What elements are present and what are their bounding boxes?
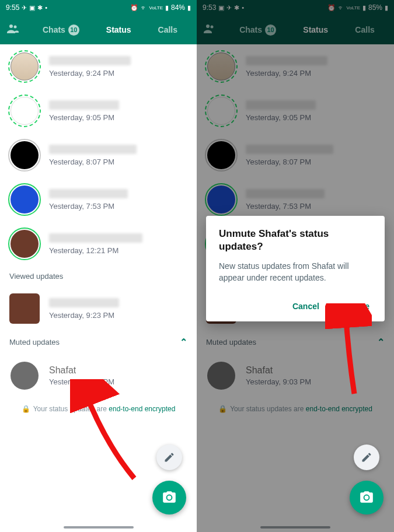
phone-left: 9:55 ✈ ▣ ✱ • ⏰ ᯤ VoLTE ▮ 84% ▮ Chats 10 … [0,0,197,532]
contact-name-blurred [49,233,142,243]
viewed-updates-header[interactable]: Viewed updates [0,266,197,286]
send-icon: ✈ [22,4,27,12]
lock-icon: 🔒 [22,405,30,413]
contact-name-blurred [49,298,119,307]
muted-status-row[interactable]: ShafatYesterday, 9:03 PM [0,354,197,398]
slack-icon: ✱ [37,4,43,12]
battery-icon: ▮ [187,4,191,12]
camera-status-button[interactable] [152,481,186,514]
wifi-icon: ᯤ [141,4,147,11]
contact-name-blurred [49,56,131,65]
alarm-icon: ⏰ [130,4,138,12]
status-row[interactable]: Yesterday, 9:24 PM [0,44,197,89]
status-bar: 9:55 ✈ ▣ ✱ • ⏰ ᯤ VoLTE ▮ 84% ▮ [0,0,197,15]
status-row[interactable]: Yesterday, 8:07 PM [0,133,197,177]
chevron-up-icon: ⌃ [180,337,187,348]
tab-calls[interactable]: Calls [155,25,181,34]
avatar [11,186,39,214]
top-bar: Chats 10 Status Calls [0,15,197,44]
unmute-button[interactable]: Unmute [337,297,372,316]
dialog-title: Unmute Shafat's status updates? [219,228,372,253]
avatar [11,230,39,258]
edit-text-status-button[interactable] [354,444,379,470]
avatar [11,141,39,169]
image-icon: ▣ [29,4,35,12]
unmute-dialog: Unmute Shafat's status updates? New stat… [206,216,385,321]
status-time: 9:55 [6,4,19,12]
recent-updates-list: Yesterday, 9:24 PM Yesterday, 9:05 PM Ye… [0,44,197,266]
android-nav-bar[interactable] [64,526,134,528]
status-time-label: Yesterday, 9:24 PM [49,69,189,78]
cancel-button[interactable]: Cancel [290,297,322,316]
avatar [11,362,39,390]
camera-status-button[interactable] [350,481,383,514]
dialog-body: New status updates from Shafat will appe… [219,260,372,284]
status-row[interactable]: Yesterday, 12:21 PM [0,222,197,266]
tab-chats[interactable]: Chats 10 [39,24,83,36]
battery-text: 84% [171,4,185,12]
contact-name: Shafat [49,365,189,376]
avatar [11,52,39,80]
avatar [9,293,40,324]
contact-name-blurred [49,145,137,154]
avatar [11,97,39,125]
community-icon[interactable] [6,22,22,38]
signal-icon: ▮ [165,4,169,12]
status-row[interactable]: Yesterday, 7:53 PM [0,177,197,222]
contact-name-blurred [49,189,128,198]
dot-icon: • [45,4,47,11]
encryption-link[interactable]: end-to-end encrypted [109,405,175,413]
svg-point-0 [9,24,13,28]
tab-status[interactable]: Status [103,25,135,34]
muted-updates-header[interactable]: Muted updates⌃ [0,331,197,354]
status-row[interactable]: Yesterday, 9:05 PM [0,89,197,133]
contact-name-blurred [49,100,119,110]
svg-point-1 [14,26,17,29]
edit-text-status-button[interactable] [156,444,182,470]
status-row[interactable]: Yesterday, 9:23 PM [0,286,197,331]
lte-icon: VoLTE [149,5,163,10]
phone-right: 9:53 ▣ ✈ ✱ • ⏰ ᯤ VoLTE ▮ 85% ▮ Chats10 S… [197,0,394,532]
encryption-notice: 🔒 Your status updates are end-to-end enc… [0,398,197,420]
chats-badge: 10 [68,24,79,36]
